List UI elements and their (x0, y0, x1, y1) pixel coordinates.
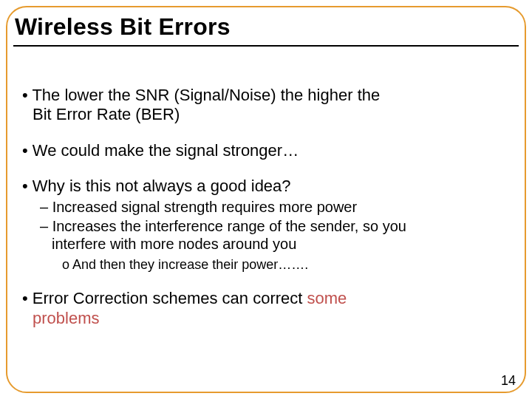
bullet-why: Why is this not always a good idea? (19, 177, 513, 196)
subbullet-interference: Increases the interference range of the … (19, 217, 513, 235)
bullet-stronger: We could make the signal stronger… (19, 141, 513, 160)
ec-red-some: some (307, 289, 347, 307)
bullet-snr: The lower the SNR (Signal/Noise) the hig… (19, 86, 513, 105)
slide: Wireless Bit Errors The lower the SNR (S… (0, 0, 532, 399)
ec-text: Error Correction schemes can correct (33, 289, 307, 307)
bullet-snr-cont: Bit Error Rate (BER) (19, 105, 513, 124)
page-number: 14 (501, 373, 516, 389)
subbullet-power: Increased signal strength requires more … (19, 198, 513, 216)
slide-body: The lower the SNR (Signal/Noise) the hig… (19, 74, 513, 369)
title-area: Wireless Bit Errors (13, 13, 519, 47)
slide-title: Wireless Bit Errors (15, 13, 519, 41)
ec-red-problems: problems (33, 309, 99, 327)
subsubbullet-increase-power: And then they increase their power……. (19, 257, 513, 273)
subbullet-interference-cont: interfere with more nodes around you (19, 235, 513, 253)
bullet-error-correction: Error Correction schemes can correct som… (19, 289, 513, 308)
bullet-error-correction-cont: problems (19, 309, 513, 328)
